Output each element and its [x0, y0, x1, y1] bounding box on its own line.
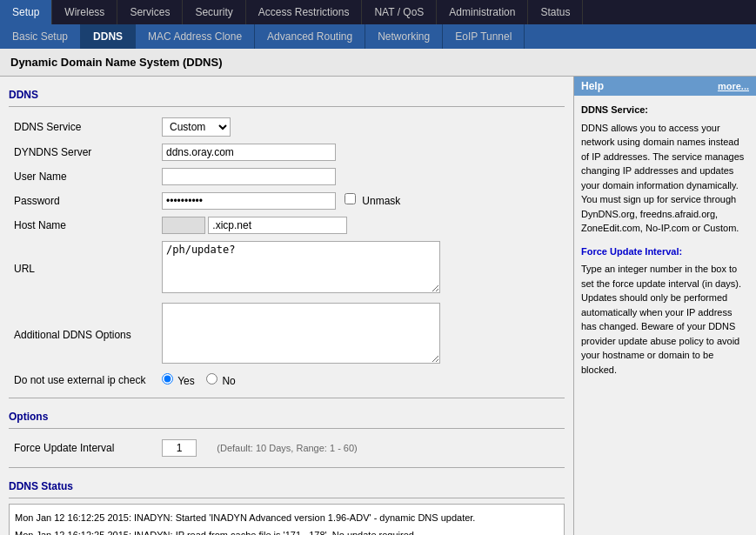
top-nav-administration[interactable]: Administration [437, 0, 528, 24]
sub-nav-advanced-routing[interactable]: Advanced Routing [255, 24, 365, 49]
dyndns-server-input[interactable] [162, 144, 336, 161]
external-ip-yes-label: Yes [177, 375, 195, 387]
external-ip-no-label: No [222, 375, 235, 387]
external-ip-no-radio[interactable] [206, 373, 217, 385]
top-nav-setup[interactable]: Setup [0, 0, 52, 24]
hostname-row: Host Name [9, 213, 565, 237]
options-section-header: Options [9, 407, 565, 429]
force-update-input[interactable] [162, 439, 197, 457]
options-form: Force Update Interval (Default: 10 Days,… [9, 436, 565, 460]
external-ip-yes-radio[interactable] [162, 373, 173, 385]
ddns-form: DDNS Service Custom DynDNS No-IP freedns… [9, 114, 565, 391]
top-nav-nat-qos[interactable]: NAT / QoS [362, 0, 437, 24]
status-line-1: Mon Jan 12 16:12:25 2015: INADYN: Starte… [15, 510, 559, 527]
sub-nav-networking[interactable]: Networking [365, 24, 443, 49]
left-panel: DDNS DDNS Service Custom DynDNS No-IP fr… [0, 77, 573, 535]
ddns-service-row: DDNS Service Custom DynDNS No-IP freedns… [9, 114, 565, 140]
ddns-section-header: DDNS [9, 85, 565, 107]
sub-nav-basic-setup[interactable]: Basic Setup [0, 24, 81, 49]
unmask-checkbox[interactable] [345, 193, 356, 204]
top-nav-status[interactable]: Status [528, 0, 583, 24]
password-input[interactable] [162, 192, 336, 210]
hostname-label: Host Name [9, 213, 157, 237]
top-nav-wireless[interactable]: Wireless [52, 0, 117, 24]
hostname-prefix-input[interactable] [162, 217, 205, 234]
status-section-header: DDNS Status [9, 477, 565, 498]
page-title: Dynamic Domain Name System (DDNS) [0, 49, 756, 77]
force-update-row: Force Update Interval (Default: 10 Days,… [9, 436, 565, 460]
external-ip-row: Do not use external ip check Yes No [9, 370, 565, 391]
ddns-service-select[interactable]: Custom DynDNS No-IP freedns ZoneEdit [162, 117, 231, 137]
right-panel: Help more... DDNS Service: DDNS allows y… [573, 77, 756, 535]
status-text-box: Mon Jan 12 16:12:25 2015: INADYN: Starte… [9, 504, 565, 535]
help-force-update-title: Force Update Interval: [581, 244, 749, 259]
additional-textarea[interactable] [162, 303, 440, 364]
url-label: URL [9, 237, 157, 299]
hostname-suffix-input[interactable] [208, 217, 347, 234]
password-label: Password [9, 189, 157, 213]
url-textarea[interactable]: /ph/update? [162, 241, 440, 293]
top-nav-security[interactable]: Security [183, 0, 245, 24]
sub-nav: Basic Setup DDNS MAC Address Clone Advan… [0, 24, 756, 49]
external-ip-label: Do not use external ip check [9, 370, 157, 391]
additional-row: Additional DDNS Options [9, 299, 565, 370]
dyndns-server-label: DYNDNS Server [9, 140, 157, 164]
main-layout: DDNS DDNS Service Custom DynDNS No-IP fr… [0, 77, 756, 535]
username-label: User Name [9, 164, 157, 189]
username-row: User Name [9, 164, 565, 189]
top-nav: Setup Wireless Services Security Access … [0, 0, 756, 24]
help-ddns-service-title: DDNS Service: [581, 103, 749, 117]
help-content: DDNS Service: DDNS allows you to access … [574, 96, 756, 384]
options-section: Options Force Update Interval (Default: … [9, 407, 565, 460]
url-row: URL /ph/update? [9, 237, 565, 299]
additional-label: Additional DDNS Options [9, 299, 157, 370]
sub-nav-eoip-tunnel[interactable]: EoIP Tunnel [443, 24, 525, 49]
help-header: Help more... [574, 77, 756, 96]
sub-nav-ddns[interactable]: DDNS [81, 24, 136, 49]
help-title: Help [581, 80, 604, 92]
force-update-note: (Default: 10 Days, Range: 1 - 60) [217, 443, 357, 453]
help-force-update-text: Type an integer number in the box to set… [581, 262, 749, 377]
status-section: DDNS Status Mon Jan 12 16:12:25 2015: IN… [9, 477, 565, 535]
force-update-label: Force Update Interval [9, 436, 157, 460]
dyndns-server-row: DYNDNS Server [9, 140, 565, 164]
username-input[interactable] [162, 168, 336, 185]
password-row: Password Unmask [9, 189, 565, 213]
status-line-2: Mon Jan 12 16:12:25 2015: INADYN: IP rea… [15, 527, 559, 535]
unmask-label: Unmask [362, 195, 400, 207]
ddns-service-label: DDNS Service [9, 114, 157, 140]
top-nav-services[interactable]: Services [117, 0, 183, 24]
top-nav-access-restrictions[interactable]: Access Restrictions [246, 0, 363, 24]
sub-nav-mac-address-clone[interactable]: MAC Address Clone [136, 24, 255, 49]
help-more-link[interactable]: more... [718, 81, 749, 91]
help-ddns-service-text: DDNS allows you to access your network u… [581, 121, 749, 236]
